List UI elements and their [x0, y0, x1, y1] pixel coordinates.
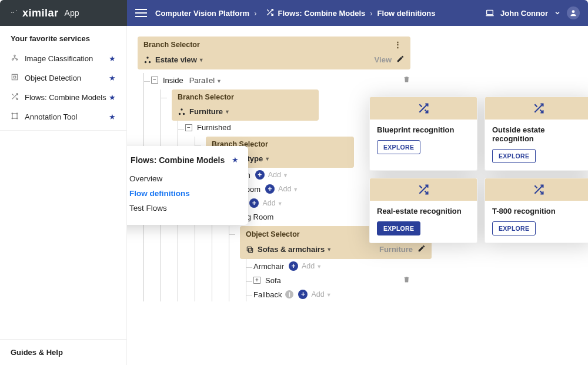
- content-area: Flows: Combine Models ★ Overview Flow de…: [127, 26, 588, 365]
- row-label[interactable]: Sofa: [265, 276, 281, 285]
- node-header-label: Branch Selector: [143, 41, 200, 49]
- dots-icon: ⠒⠁: [11, 10, 20, 16]
- breadcrumb-root[interactable]: Computer Vision Platform: [155, 9, 249, 18]
- menu-dots-icon[interactable]: ⋮: [392, 40, 405, 49]
- laptop-icon[interactable]: [485, 8, 495, 18]
- row-label[interactable]: Inside: [163, 76, 183, 85]
- detection-icon: [11, 73, 21, 83]
- star-icon[interactable]: ★: [109, 54, 116, 63]
- star-icon[interactable]: ★: [109, 112, 116, 121]
- avatar-icon[interactable]: [567, 6, 580, 19]
- svg-point-14: [149, 61, 151, 63]
- nav-link-flow-definitions[interactable]: Flow definitions: [129, 186, 239, 201]
- card-icon-area: [485, 97, 588, 120]
- collapse-icon[interactable]: −: [151, 77, 158, 84]
- shuffle-icon: [266, 8, 274, 18]
- classification-icon: [11, 54, 21, 64]
- explore-button[interactable]: EXPLORE: [492, 221, 536, 235]
- explore-button[interactable]: EXPLORE: [377, 140, 420, 154]
- topbar-right: Computer Vision Platform › Flows: Combin…: [127, 0, 588, 26]
- user-area: John Connor: [485, 6, 580, 19]
- collapse-icon[interactable]: −: [185, 124, 192, 131]
- breadcrumb-section[interactable]: Flows: Combine Models: [278, 9, 365, 18]
- caret-down-icon: ▼: [326, 247, 332, 253]
- chevron-down-icon[interactable]: [554, 9, 561, 16]
- add-label[interactable]: Add▼: [302, 262, 322, 270]
- caret-down-icon: ▼: [216, 78, 222, 84]
- svg-point-12: [146, 57, 149, 59]
- info-icon[interactable]: i: [285, 290, 293, 298]
- nav-link-test-flows[interactable]: Test Flows: [129, 201, 239, 215]
- root-branch-block: Branch Selector ⋮ Estate view▼ View: [138, 36, 410, 69]
- row-secondary[interactable]: Parallel▼: [189, 76, 222, 85]
- add-label[interactable]: Add▼: [262, 199, 282, 207]
- shuffle-icon: [533, 102, 544, 114]
- explore-button[interactable]: EXPLORE: [377, 221, 420, 235]
- card-title: T-800 recognition: [492, 207, 585, 215]
- node-value: Sofas & armchairs: [258, 245, 325, 254]
- star-icon[interactable]: ★: [109, 74, 116, 82]
- user-name[interactable]: John Connor: [500, 9, 548, 18]
- hierarchy-icon: [178, 108, 186, 116]
- sidebar-item-label: Annotation Tool: [25, 112, 109, 121]
- row-label[interactable]: Furnished: [197, 123, 231, 132]
- card-icon-area: [370, 178, 477, 201]
- add-label[interactable]: Add▼: [311, 290, 331, 298]
- chevron-right-icon: ›: [254, 9, 256, 18]
- caret-down-icon: ▼: [265, 156, 270, 162]
- svg-rect-21: [249, 248, 253, 252]
- sidebar-item-annotation[interactable]: Annotation Tool ★: [0, 107, 126, 127]
- svg-point-2: [14, 55, 15, 56]
- nav-link-overview[interactable]: Overview: [129, 171, 239, 186]
- svg-point-16: [179, 112, 181, 115]
- tree-row-fallback: Fallback i + Add▼: [253, 287, 414, 301]
- breadcrumb-page[interactable]: Flow definitions: [377, 9, 436, 18]
- node-header: Branch Selector: [172, 89, 319, 105]
- node-value-row[interactable]: Furniture▼: [172, 105, 319, 121]
- svg-rect-5: [12, 74, 17, 79]
- trash-icon[interactable]: [399, 75, 414, 85]
- section-nav-title: Flows: Combine Models: [131, 155, 232, 165]
- pencil-icon[interactable]: [417, 244, 426, 254]
- card-title: Real-estate recognition: [377, 207, 470, 215]
- add-label[interactable]: Add▼: [278, 185, 298, 193]
- star-icon[interactable]: ★: [232, 155, 239, 164]
- svg-rect-7: [12, 114, 17, 118]
- sidebar-item-image-classification[interactable]: Image Classification ★: [0, 49, 126, 68]
- add-label[interactable]: Add▼: [268, 171, 288, 179]
- svg-point-15: [181, 108, 183, 111]
- row-label[interactable]: Fallback: [253, 290, 282, 299]
- star-icon[interactable]: ★: [109, 93, 116, 102]
- caret-down-icon: ▼: [199, 57, 204, 63]
- svg-rect-22: [247, 247, 251, 251]
- copy-icon: [246, 245, 254, 254]
- pencil-icon[interactable]: [396, 55, 405, 65]
- svg-rect-0: [487, 10, 493, 14]
- plus-icon[interactable]: +: [249, 198, 259, 208]
- shuffle-icon: [533, 184, 544, 195]
- plus-icon[interactable]: +: [265, 184, 275, 194]
- plus-icon[interactable]: +: [255, 170, 265, 180]
- chevron-right-icon: ›: [370, 9, 372, 18]
- result-card: Outside estate recognition EXPLORE: [485, 97, 588, 171]
- node-value-row[interactable]: Estate view▼ View: [138, 52, 410, 69]
- explore-button[interactable]: EXPLORE: [492, 149, 536, 163]
- sidebar-item-flows[interactable]: Flows: Combine Models ★: [0, 88, 126, 107]
- node-value: Furniture: [189, 107, 223, 116]
- guides-link[interactable]: Guides & Help: [0, 339, 126, 365]
- tree-row-inside: − Inside Parallel▼: [151, 73, 414, 87]
- plus-icon[interactable]: +: [289, 261, 298, 271]
- node-value-row[interactable]: Sofas & armchairs▼ Furniture: [240, 242, 432, 259]
- node-header-label: Object Selector: [246, 230, 300, 238]
- hamburger-menu-icon[interactable]: [135, 9, 147, 17]
- svg-point-17: [183, 112, 185, 115]
- row-label[interactable]: Armchair: [253, 262, 284, 271]
- expand-icon[interactable]: +: [253, 277, 260, 284]
- plus-icon[interactable]: +: [298, 290, 308, 299]
- furniture-branch-block: Branch Selector Furniture▼: [172, 89, 319, 121]
- sidebar-item-object-detection[interactable]: Object Detection ★: [0, 68, 126, 88]
- node-header: Branch Selector ⋮: [138, 36, 410, 52]
- node-header-label: Branch Selector: [178, 93, 234, 101]
- trash-icon[interactable]: [399, 276, 414, 285]
- results-panel: Blueprint recognition EXPLORE Outside es…: [369, 97, 588, 243]
